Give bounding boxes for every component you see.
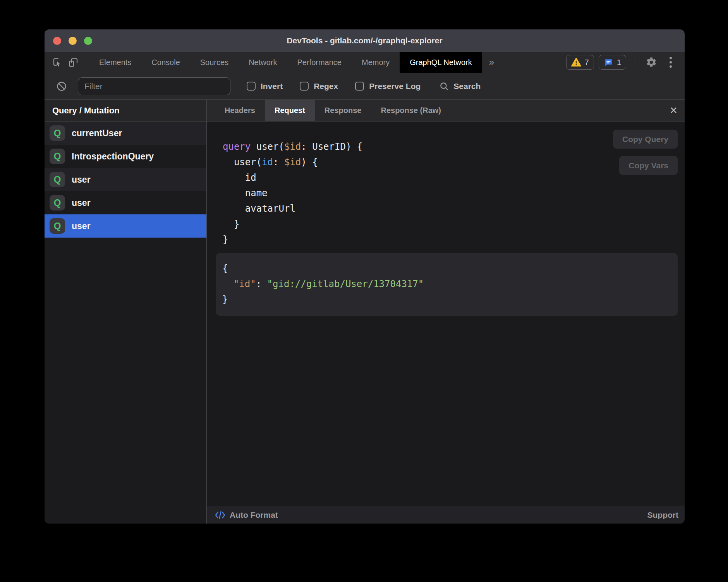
checkbox-label: Regex xyxy=(314,82,338,91)
filter-options: InvertRegexPreserve Log xyxy=(247,82,421,91)
variables-box: { "id": "gid://gitlab/User/13704317"} xyxy=(216,253,678,316)
tab-memory[interactable]: Memory xyxy=(352,52,400,73)
code-brackets-icon xyxy=(215,510,225,520)
search-icon xyxy=(439,81,449,91)
checkbox-label: Preserve Log xyxy=(369,82,421,91)
tab-headers[interactable]: Headers xyxy=(215,100,265,121)
query-name-label: IntrospectionQuery xyxy=(72,151,154,162)
tab-performance[interactable]: Performance xyxy=(287,52,352,73)
tabbar-divider xyxy=(635,56,635,68)
inspect-element-icon[interactable] xyxy=(50,55,65,70)
tab-response-raw[interactable]: Response (Raw) xyxy=(371,100,451,121)
close-icon[interactable]: ✕ xyxy=(670,100,678,121)
more-options-icon[interactable] xyxy=(664,57,678,68)
tab-elements[interactable]: Elements xyxy=(89,52,141,73)
warning-count: 7 xyxy=(585,58,589,67)
toolbar-divider xyxy=(85,56,85,68)
tab-graphql-network[interactable]: GraphQL Network xyxy=(400,52,482,73)
query-type-badge: Q xyxy=(50,172,65,187)
sidebar-item-user[interactable]: Quser xyxy=(45,214,206,238)
checkbox-box xyxy=(247,82,256,91)
window-title: DevTools - gitlab.com/-/graphql-explorer xyxy=(45,36,685,45)
invert-checkbox[interactable]: Invert xyxy=(247,82,283,91)
code-line: "id": "gid://gitlab/User/13704317" xyxy=(222,276,671,292)
code-line: name xyxy=(223,185,678,201)
preserve-log-checkbox[interactable]: Preserve Log xyxy=(355,82,421,91)
code-line: { xyxy=(222,261,671,276)
variables-json: { "id": "gid://gitlab/User/13704317"} xyxy=(222,261,671,307)
query-name-label: user xyxy=(72,221,91,231)
more-tabs-button[interactable]: » xyxy=(482,57,501,68)
copy-buttons: Copy Query Copy Vars xyxy=(613,130,678,175)
code-line: id xyxy=(223,170,678,185)
message-bubble-icon xyxy=(604,58,613,67)
query-list-sidebar: Query / Mutation QcurrentUserQIntrospect… xyxy=(45,100,207,524)
copy-query-button[interactable]: Copy Query xyxy=(613,130,678,149)
sidebar-item-currentuser[interactable]: QcurrentUser xyxy=(45,122,206,145)
query-name-label: currentUser xyxy=(72,128,122,139)
sidebar-item-user[interactable]: Quser xyxy=(45,168,206,191)
devtools-window: DevTools - gitlab.com/-/graphql-explorer… xyxy=(45,29,685,524)
copy-vars-button[interactable]: Copy Vars xyxy=(619,156,678,175)
maximize-window-button[interactable] xyxy=(84,37,92,45)
panel-tabs: ElementsConsoleSourcesNetworkPerformance… xyxy=(89,52,482,73)
sidebar-item-user[interactable]: Quser xyxy=(45,191,206,214)
detail-footer: Auto Format Support xyxy=(207,506,685,524)
query-type-badge: Q xyxy=(50,195,65,211)
code-line: } xyxy=(223,216,678,232)
support-link[interactable]: Support xyxy=(647,510,678,520)
query-name-label: user xyxy=(72,198,91,208)
detail-tabs: HeadersRequestResponseResponse (Raw) ✕ xyxy=(207,100,685,122)
warnings-badge[interactable]: 7 xyxy=(566,55,594,70)
tab-console[interactable]: Console xyxy=(141,52,190,73)
auto-format-button[interactable]: Auto Format xyxy=(215,510,278,520)
query-type-badge: Q xyxy=(50,149,65,164)
devtools-tabbar: ElementsConsoleSourcesNetworkPerformance… xyxy=(45,52,685,73)
query-list: QcurrentUserQIntrospectionQueryQuserQuse… xyxy=(45,122,206,238)
search-button[interactable]: Search xyxy=(439,81,481,91)
filter-input[interactable] xyxy=(78,77,230,95)
content-area: Query / Mutation QcurrentUserQIntrospect… xyxy=(45,100,685,524)
code-line: } xyxy=(223,232,678,247)
request-view: Copy Query Copy Vars query user($id: Use… xyxy=(207,122,685,506)
code-line: avatarUrl xyxy=(223,201,678,216)
code-line: } xyxy=(222,292,671,307)
close-window-button[interactable] xyxy=(53,37,61,45)
titlebar: DevTools - gitlab.com/-/graphql-explorer xyxy=(45,29,685,52)
code-line: user(id: $id) { xyxy=(223,154,678,170)
tab-network[interactable]: Network xyxy=(239,52,287,73)
tabbar-right-controls: 7 1 xyxy=(566,55,685,70)
filter-toolbar: InvertRegexPreserve Log Search xyxy=(45,73,685,100)
checkbox-box xyxy=(300,82,309,91)
regex-checkbox[interactable]: Regex xyxy=(300,82,338,91)
graphql-query-code: query user($id: UserID) { user(id: $id) … xyxy=(223,139,678,247)
tab-sources[interactable]: Sources xyxy=(190,52,239,73)
minimize-window-button[interactable] xyxy=(69,37,77,45)
code-line: query user($id: UserID) { xyxy=(223,139,678,154)
search-label: Search xyxy=(453,82,481,91)
detail-pane: HeadersRequestResponseResponse (Raw) ✕ C… xyxy=(207,100,685,524)
query-type-badge: Q xyxy=(50,218,65,234)
clear-icon[interactable] xyxy=(54,79,69,94)
query-name-label: user xyxy=(72,175,91,185)
checkbox-box xyxy=(355,82,364,91)
sidebar-item-introspectionquery[interactable]: QIntrospectionQuery xyxy=(45,145,206,168)
sidebar-header: Query / Mutation xyxy=(45,100,206,122)
settings-gear-icon[interactable] xyxy=(644,55,659,70)
tab-request[interactable]: Request xyxy=(265,100,315,121)
query-type-badge: Q xyxy=(50,125,65,141)
checkbox-label: Invert xyxy=(261,82,283,91)
traffic-lights xyxy=(53,29,92,52)
issues-count: 1 xyxy=(617,58,621,67)
warning-triangle-icon xyxy=(571,58,581,67)
tab-response[interactable]: Response xyxy=(315,100,371,121)
issues-badge[interactable]: 1 xyxy=(599,55,626,70)
auto-format-label: Auto Format xyxy=(230,510,278,520)
device-toolbar-icon[interactable] xyxy=(65,55,81,70)
